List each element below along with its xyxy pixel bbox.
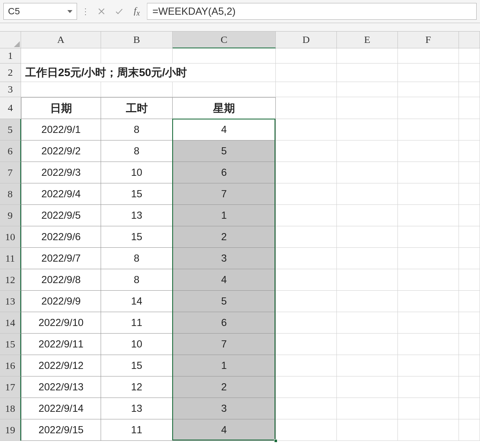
cell-_1[interactable] (459, 48, 480, 64)
cell-_14[interactable] (459, 312, 480, 334)
formula-input[interactable]: =WEEKDAY(A5,2) (147, 3, 477, 20)
cell[interactable] (398, 64, 459, 82)
cell-D5[interactable] (276, 119, 337, 140)
cell-_11[interactable] (459, 248, 480, 269)
cell-B14[interactable]: 11 (101, 312, 173, 334)
cell-B5[interactable]: 8 (101, 119, 173, 140)
row-header-3[interactable]: 3 (0, 82, 21, 97)
cell-D14[interactable] (276, 312, 337, 334)
cell-C9[interactable]: 1 (173, 205, 276, 226)
row-header-19[interactable]: 19 (0, 419, 21, 441)
cell-C14[interactable]: 6 (173, 312, 276, 334)
cell-B18[interactable]: 13 (101, 398, 173, 419)
row-header-18[interactable]: 18 (0, 398, 21, 419)
cell-F5[interactable] (398, 119, 459, 140)
cell-A19[interactable]: 2022/9/15 (21, 419, 101, 441)
cell-D4[interactable] (276, 97, 337, 119)
cell-A16[interactable]: 2022/9/12 (21, 355, 101, 376)
cell-A1[interactable] (21, 48, 101, 64)
cell-_4[interactable] (459, 97, 480, 119)
cell-E14[interactable] (337, 312, 398, 334)
cell-A15[interactable]: 2022/9/11 (21, 334, 101, 355)
cell-D11[interactable] (276, 248, 337, 269)
cell-B17[interactable]: 12 (101, 376, 173, 398)
cell-B12[interactable]: 8 (101, 269, 173, 291)
cell-E1[interactable] (337, 48, 398, 64)
cell-F14[interactable] (398, 312, 459, 334)
cell-E13[interactable] (337, 291, 398, 312)
cell-C6[interactable]: 5 (173, 140, 276, 162)
cell-B13[interactable]: 14 (101, 291, 173, 312)
chevron-down-icon[interactable] (67, 10, 72, 13)
cell-E5[interactable] (337, 119, 398, 140)
cell-A10[interactable]: 2022/9/6 (21, 226, 101, 248)
cell-D17[interactable] (276, 376, 337, 398)
row-header-15[interactable]: 15 (0, 334, 21, 355)
cell-F15[interactable] (398, 334, 459, 355)
cell-B10[interactable]: 15 (101, 226, 173, 248)
cell-F7[interactable] (398, 162, 459, 183)
cell-_16[interactable] (459, 355, 480, 376)
cell-B9[interactable]: 13 (101, 205, 173, 226)
cell-F9[interactable] (398, 205, 459, 226)
cell-_3[interactable] (459, 82, 480, 97)
cell-D8[interactable] (276, 183, 337, 205)
cancel-button[interactable] (94, 4, 109, 19)
cell-C3[interactable] (173, 82, 276, 97)
enter-button[interactable] (112, 4, 127, 19)
cell-F8[interactable] (398, 183, 459, 205)
cell-E17[interactable] (337, 376, 398, 398)
cell-D1[interactable] (276, 48, 337, 64)
cell-E8[interactable] (337, 183, 398, 205)
cell-A18[interactable]: 2022/9/14 (21, 398, 101, 419)
row-header-1[interactable]: 1 (0, 48, 21, 64)
cell-_10[interactable] (459, 226, 480, 248)
row-header-5[interactable]: 5 (0, 119, 21, 140)
cell-E11[interactable] (337, 248, 398, 269)
cell-A11[interactable]: 2022/9/7 (21, 248, 101, 269)
row-header-10[interactable]: 10 (0, 226, 21, 248)
cell-B7[interactable]: 10 (101, 162, 173, 183)
column-header-C[interactable]: C (173, 32, 276, 48)
cell-A6[interactable]: 2022/9/2 (21, 140, 101, 162)
cell-D3[interactable] (276, 82, 337, 97)
cell-A13[interactable]: 2022/9/9 (21, 291, 101, 312)
cell-C16[interactable]: 1 (173, 355, 276, 376)
cell-E12[interactable] (337, 269, 398, 291)
cell-F18[interactable] (398, 398, 459, 419)
cell-F19[interactable] (398, 419, 459, 441)
cell-A5[interactable]: 2022/9/1 (21, 119, 101, 140)
spreadsheet-grid[interactable]: ABCDEF12工作日25元/小时；周末50元/小时34日期工时星期52022/… (0, 32, 480, 441)
cell-B1[interactable] (101, 48, 173, 64)
cell-_9[interactable] (459, 205, 480, 226)
cell-B6[interactable]: 8 (101, 140, 173, 162)
header-cell-C[interactable]: 星期 (173, 97, 276, 119)
cell-C8[interactable]: 7 (173, 183, 276, 205)
name-box[interactable]: C5 (3, 3, 77, 20)
cell-F12[interactable] (398, 269, 459, 291)
cell-C7[interactable]: 6 (173, 162, 276, 183)
cell-B15[interactable]: 10 (101, 334, 173, 355)
cell[interactable] (337, 64, 398, 82)
cell-D15[interactable] (276, 334, 337, 355)
cell-A17[interactable]: 2022/9/13 (21, 376, 101, 398)
fill-handle[interactable] (274, 439, 277, 443)
row-header-6[interactable]: 6 (0, 140, 21, 162)
cell-E10[interactable] (337, 226, 398, 248)
column-header-A[interactable]: A (21, 32, 101, 48)
cell-C11[interactable]: 3 (173, 248, 276, 269)
cell-C13[interactable]: 5 (173, 291, 276, 312)
cell-E9[interactable] (337, 205, 398, 226)
row-header-17[interactable]: 17 (0, 376, 21, 398)
cell-C10[interactable]: 2 (173, 226, 276, 248)
cell-E18[interactable] (337, 398, 398, 419)
cell-A7[interactable]: 2022/9/3 (21, 162, 101, 183)
cell-A8[interactable]: 2022/9/4 (21, 183, 101, 205)
cell-D12[interactable] (276, 269, 337, 291)
row-header-8[interactable]: 8 (0, 183, 21, 205)
cell-E15[interactable] (337, 334, 398, 355)
cell-C15[interactable]: 7 (173, 334, 276, 355)
cell-A3[interactable] (21, 82, 101, 97)
cell-B8[interactable]: 15 (101, 183, 173, 205)
cell-_18[interactable] (459, 398, 480, 419)
